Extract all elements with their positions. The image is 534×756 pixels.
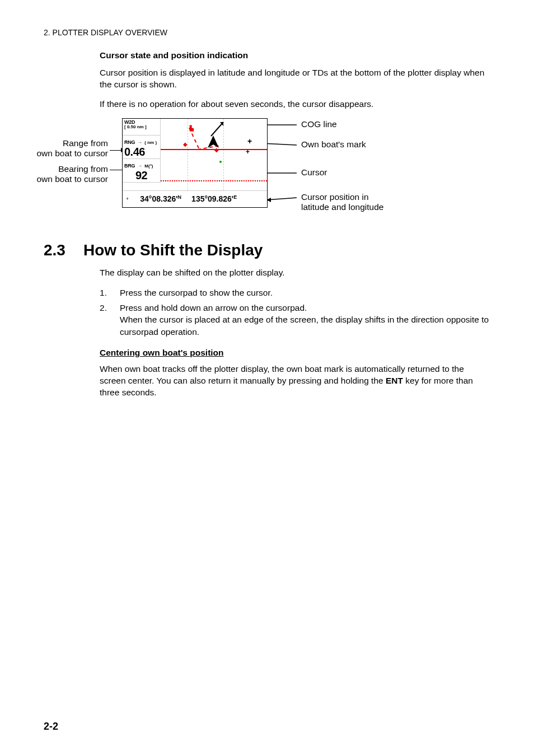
step-1: Press the cursorpad to show the cursor. [100,287,490,298]
steps-list: Press the cursorpad to show the cursor. … [100,287,490,338]
ent-key: ENT [386,376,403,385]
brg-unit: M(°) [144,164,153,169]
step-2-line2: When the cursor is placed at an edge of … [120,315,489,336]
anno-own-boat-mark: Own boat's mark [301,139,366,150]
w2d-value: [ 0.50 nm ] [124,125,158,129]
lon-hemisphere: E [233,194,237,200]
svg-line-8 [211,122,223,136]
own-boat-icon [207,136,220,149]
running-header: 2. PLOTTER DISPLAY OVERVIEW [44,28,490,37]
page-number: 2-2 [44,721,58,732]
centering-heading: Centering own boat's position [100,348,490,358]
anno-bearing-line1: Bearing from [58,164,108,174]
route-line-dotted [161,180,267,181]
anno-range-line2: own boat to cursor [36,148,108,158]
anno-range-from: Range from own boat to cursor [0,138,108,159]
cursor-para-2: If there is no operation for about seven… [100,99,490,110]
brg-value: 92 [124,170,158,181]
waypoint-dot-icon [219,161,222,163]
anno-bearing-line2: own boat to cursor [36,174,108,184]
longitude-value: 135°09.826'E [191,194,237,203]
anno-cursor-position-l1: Cursor position in [301,192,369,202]
anno-cog-line: COG line [301,119,337,130]
svg-line-6 [266,198,297,200]
info-w2d: W2D [ 0.50 nm ] [123,119,161,136]
cursor-mark-icon: + [247,137,252,146]
figure-cursor-position: Range from own boat to cursor Bearing fr… [10,118,435,219]
svg-marker-10 [208,136,219,148]
cursor-mark-small-icon: + [246,148,250,156]
route-line [161,149,267,150]
brg-arrow: → [138,164,142,169]
anno-bearing-from: Bearing from own boat to cursor [0,164,108,185]
cursor-para-1: Cursor position is displayed in latitude… [100,67,490,91]
rng-label: RNG [124,139,135,145]
lat-hemisphere: N [178,194,182,200]
info-rng: RNG → ( nm ) 0.46 [123,136,161,159]
arrow-line [110,150,122,151]
section-number: 2.3 [44,241,65,259]
cursor-state-heading: Cursor state and position indication [100,50,490,60]
rng-arrow: → [138,140,142,145]
lon-number: 135°09.826' [191,194,233,203]
plot-area: ▙ ◆ ◆ + + [161,119,267,190]
anno-cursor: Cursor [301,167,327,178]
info-brg: BRG → M(°) 92 [123,159,161,183]
section-title: How to Shift the Display [83,241,263,259]
plotter-screen: W2D [ 0.50 nm ] RNG → ( nm ) 0.46 BRG → … [122,118,268,208]
coord-plus-icon: + [126,196,129,202]
cog-arrow-icon [207,120,229,137]
anno-cursor-position: Cursor position in latitude and longitud… [301,192,383,213]
lat-number: 34°08.326' [140,194,177,203]
waypoint-flag-icon: ▙ [190,125,194,131]
latitude-value: 34°08.326'N [140,194,181,203]
step-2-line1: Press and hold down an arrow on the curs… [120,303,307,312]
brg-label: BRG [124,163,135,169]
shift-intro: The display can be shifted on the plotte… [100,267,490,279]
section-heading-row: 2.3 How to Shift the Display [44,241,490,259]
rng-value: 0.46 [124,146,158,158]
rng-unit: ( nm ) [144,140,157,145]
anno-range-line1: Range from [63,138,108,148]
grid-line [188,119,188,190]
coordinate-row: + 34°08.326'N 135°09.826'E [123,190,267,207]
anno-cursor-position-l2: latitude and longitude [301,202,383,212]
waypoint-diamond-icon: ◆ [183,141,188,147]
centering-para: When own boat tracks off the plotter dis… [100,363,490,399]
step-2: Press and hold down an arrow on the curs… [100,302,490,338]
